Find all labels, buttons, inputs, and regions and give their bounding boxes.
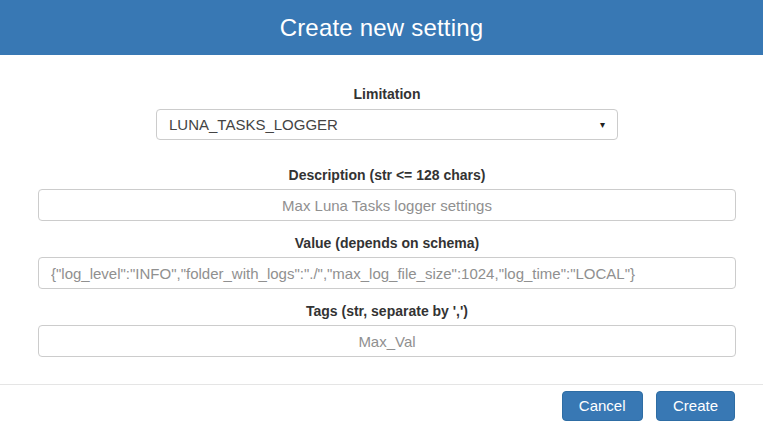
value-input[interactable] — [38, 257, 736, 289]
tags-input[interactable] — [38, 325, 736, 357]
value-group: Value (depends on schema) — [38, 236, 736, 304]
cancel-button[interactable]: Cancel — [562, 391, 643, 421]
description-label: Description (str <= 128 chars) — [38, 168, 736, 182]
description-group: Description (str <= 128 chars) — [38, 168, 736, 236]
chevron-down-icon: ▾ — [600, 120, 605, 130]
tags-label: Tags (str, separate by ',') — [38, 304, 736, 318]
modal-body: Limitation LUNA_TASKS_LOGGER ▾ Descripti… — [0, 55, 763, 384]
limitation-selected-value: LUNA_TASKS_LOGGER — [169, 116, 600, 133]
limitation-select[interactable]: LUNA_TASKS_LOGGER ▾ — [156, 109, 618, 140]
modal-footer: Cancel Create — [0, 384, 763, 426]
value-label: Value (depends on schema) — [38, 236, 736, 250]
modal-header: Create new setting — [0, 0, 763, 55]
description-input[interactable] — [38, 189, 736, 221]
create-button[interactable]: Create — [656, 391, 735, 421]
modal-title: Create new setting — [280, 14, 484, 42]
create-setting-modal: Create new setting Limitation LUNA_TASKS… — [0, 0, 763, 426]
limitation-label: Limitation — [38, 87, 736, 101]
limitation-group: Limitation LUNA_TASKS_LOGGER ▾ — [38, 87, 736, 140]
tags-group: Tags (str, separate by ',') — [38, 304, 736, 372]
